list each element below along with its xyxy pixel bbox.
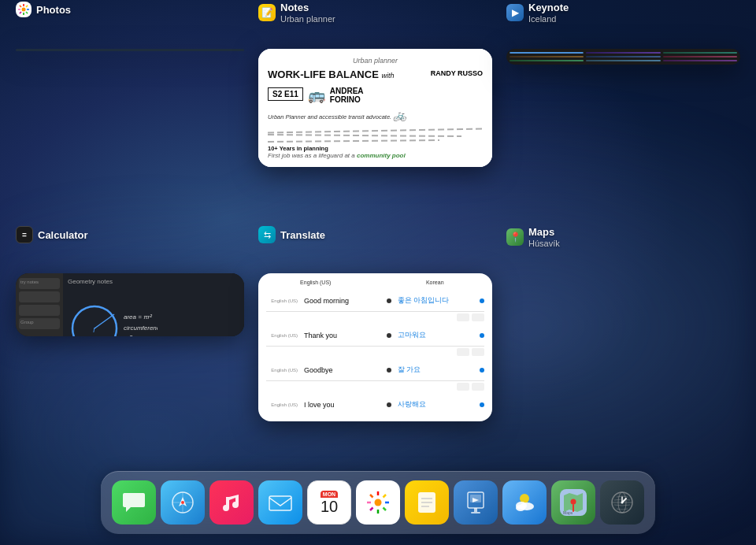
translate-dot-3 <box>387 368 391 373</box>
calc-sidebar-item-2 <box>19 291 60 302</box>
dock-item-photos-dock[interactable] <box>356 480 400 525</box>
photos-app-name: Photos <box>36 4 71 16</box>
photos-card-header: Photos <box>16 2 71 17</box>
dock-item-safari[interactable] <box>161 480 205 525</box>
calculator-card-wrapper[interactable]: = Calculator try notes Group Geometry no… <box>16 248 244 458</box>
photos-grid <box>16 49 244 51</box>
translate-lang-label-1: English (US) <box>266 298 298 303</box>
translate-source-lang: English (US) <box>266 280 365 285</box>
keynote-slide-2 <box>586 52 660 54</box>
translate-action-2a[interactable] <box>457 348 469 356</box>
messages-icon-svg <box>121 490 146 515</box>
maps-card-wrapper[interactable]: 📍 Maps Húsavík <box>506 248 740 458</box>
translate-source-2: Thank you <box>304 332 380 339</box>
maps-dock-icon[interactable]: Maps <box>551 480 595 525</box>
translate-app-name: Translate <box>280 229 325 241</box>
calc-sidebar-item-1: try notes <box>19 278 60 289</box>
translate-card[interactable]: English (US) Korean English (US) Good mo… <box>258 273 492 421</box>
notes-description: Urban Planner and accessible transit adv… <box>268 108 483 124</box>
translate-action-3a[interactable] <box>457 383 469 391</box>
translate-lang-label-3: English (US) <box>266 368 298 373</box>
photos-dock-icon[interactable] <box>356 480 400 525</box>
music-icon-svg <box>220 491 243 514</box>
svg-line-38 <box>384 508 387 511</box>
svg-point-0 <box>22 8 26 12</box>
calculator-app-name: Calculator <box>38 229 88 241</box>
translate-header: English (US) Korean <box>266 280 484 285</box>
dock-item-music[interactable] <box>209 480 254 525</box>
svg-text:circumference: circumference <box>124 324 158 332</box>
keynote-card[interactable] <box>506 49 740 65</box>
translate-action-2b[interactable] <box>472 348 484 356</box>
translate-target-1: 좋은 아침입니다 <box>398 295 474 306</box>
translate-target-lang: Korean <box>386 280 485 285</box>
translate-dot-blue-1 <box>480 298 484 303</box>
keynote-slides-grid <box>506 49 740 65</box>
keynote-card-header: ▶ Keynote Iceland <box>506 2 569 24</box>
keynote-slide-8 <box>586 60 660 61</box>
worldclock-icon[interactable] <box>600 480 644 525</box>
notes-main-heading: WORK-LIFE BALANCE with <box>268 69 394 80</box>
translate-row-2: English (US) Thank you 고마워요 <box>266 324 484 347</box>
safari-icon[interactable] <box>161 480 205 525</box>
keynote-app-icon: ▶ <box>506 4 524 21</box>
calculator-card-header: = Calculator <box>16 226 88 243</box>
photos-app-icon <box>16 2 32 17</box>
notes-card[interactable]: Urban planner WORK-LIFE BALANCE with RAN… <box>258 49 492 167</box>
keynote-subtitle: Iceland <box>528 14 569 24</box>
translate-source-4: I love you <box>304 401 380 409</box>
notes-episode: S2 E11 <box>268 87 303 101</box>
keynote-card-wrapper[interactable]: ▶ Keynote Iceland <box>506 24 740 234</box>
photos-card-wrapper[interactable]: Photos <box>16 24 244 234</box>
svg-point-53 <box>516 505 525 511</box>
notes-card-wrapper[interactable]: 📝 Notes Urban planner Urban planner WORK… <box>258 24 492 234</box>
dock-item-keynote-dock[interactable] <box>454 480 498 525</box>
notes-app-title-group: Notes Urban planner <box>280 2 335 24</box>
weather-icon[interactable] <box>502 480 547 525</box>
translate-dot-blue-4 <box>480 402 484 407</box>
svg-line-6 <box>26 12 28 13</box>
translate-lang-label-4: English (US) <box>266 402 298 407</box>
calc-geometry-title: Geometry notes <box>68 278 239 285</box>
keynote-dock-icon[interactable] <box>454 480 498 525</box>
notes-app-name: Notes <box>280 2 335 14</box>
keynote-slide-6 <box>663 56 737 57</box>
translate-dot-1 <box>387 298 391 303</box>
translate-source-1: Good morning <box>304 297 380 305</box>
calc-main-area: Geometry notes r area = πr² circumferenc… <box>63 273 244 336</box>
translate-dot-blue-2 <box>480 333 484 338</box>
dock-item-notes-dock[interactable] <box>405 480 449 525</box>
dock-item-calendar[interactable]: MON 10 <box>307 480 351 525</box>
dock-item-messages[interactable] <box>112 480 156 525</box>
keynote-app-name: Keynote <box>528 2 569 14</box>
keynote-slide-3 <box>663 52 737 54</box>
translate-action-1b[interactable] <box>472 313 484 321</box>
translate-actions-3 <box>266 381 484 394</box>
dock-item-weather[interactable] <box>502 480 547 525</box>
translate-action-3b[interactable] <box>472 383 484 391</box>
messages-icon[interactable] <box>112 480 156 525</box>
svg-line-8 <box>20 12 21 13</box>
music-icon[interactable] <box>209 480 254 525</box>
notes-content: Urban planner WORK-LIFE BALANCE with RAN… <box>258 49 492 167</box>
mail-icon[interactable] <box>258 480 302 525</box>
notes-with-text: with <box>381 72 394 80</box>
photos-card[interactable] <box>16 49 244 51</box>
notes-author: RANDY RUSSO <box>431 69 483 78</box>
notes-dock-icon[interactable] <box>405 480 449 525</box>
notes-community-pool: community pool <box>357 152 406 159</box>
dock-item-mail[interactable] <box>258 480 302 525</box>
calculator-card[interactable]: try notes Group Geometry notes r <box>16 273 244 336</box>
maps-app-name: Maps <box>528 226 560 239</box>
keynote-app-title-group: Keynote Iceland <box>528 2 569 24</box>
worldclock-icon-svg <box>609 489 636 516</box>
translate-card-wrapper[interactable]: ⇆ Translate English (US) Korean English … <box>258 248 492 458</box>
svg-point-62 <box>621 502 624 504</box>
translate-actions-1 <box>266 312 484 324</box>
calc-sidebar-item-4: Group <box>19 318 60 329</box>
calendar-icon[interactable]: MON 10 <box>307 480 351 525</box>
dock-item-worldclock[interactable] <box>600 480 644 525</box>
keynote-slide-4 <box>510 56 584 57</box>
dock-item-maps-dock[interactable]: Maps <box>551 480 595 525</box>
translate-action-1a[interactable] <box>457 313 469 321</box>
